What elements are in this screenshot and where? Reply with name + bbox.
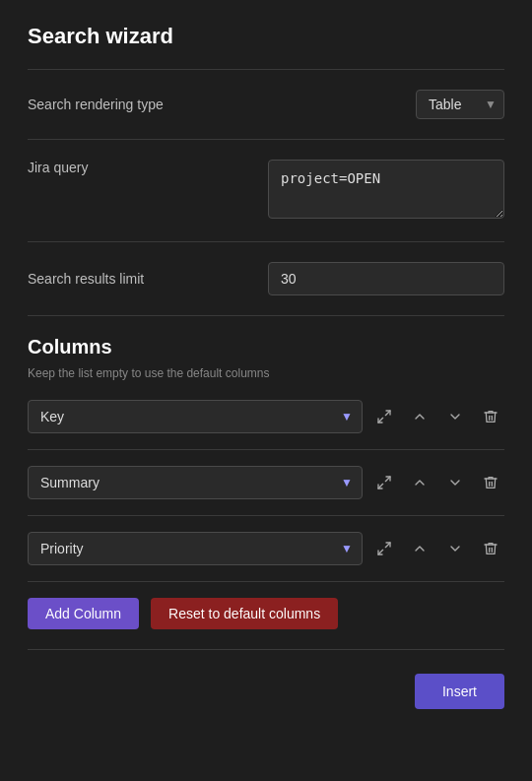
search-rendering-type-row: Search rendering type Table List Board ▼ [28, 90, 504, 140]
svg-line-5 [378, 550, 383, 554]
column-priority-select[interactable]: Key Summary Priority Status Assignee [28, 532, 363, 565]
jira-query-control: project=OPEN [268, 160, 504, 222]
expand-key-button[interactable] [370, 405, 398, 428]
search-results-limit-input[interactable] [268, 262, 504, 295]
trash-icon [483, 409, 499, 424]
chevron-up-icon [412, 541, 428, 556]
column-row-summary: Key Summary Priority Status Assignee ▼ [28, 466, 504, 516]
add-column-button[interactable]: Add Column [28, 598, 139, 629]
move-up-priority-button[interactable] [406, 537, 433, 560]
svg-line-4 [385, 543, 390, 548]
search-rendering-type-select[interactable]: Table List Board [416, 90, 504, 119]
expand-icon [376, 409, 392, 424]
move-up-key-button[interactable] [406, 405, 433, 428]
search-rendering-type-label: Search rendering type [28, 97, 164, 112]
jira-query-row: Jira query project=OPEN [28, 160, 504, 242]
svg-line-3 [378, 484, 383, 488]
move-down-key-button[interactable] [441, 405, 469, 428]
svg-line-1 [378, 418, 383, 423]
jira-query-input[interactable]: project=OPEN [268, 160, 504, 219]
chevron-up-icon [412, 475, 428, 490]
columns-section: Columns Keep the list empty to use the d… [28, 336, 504, 582]
column-action-buttons: Add Column Reset to default columns [28, 598, 504, 650]
move-down-priority-button[interactable] [441, 537, 469, 560]
column-row-priority: Key Summary Priority Status Assignee ▼ [28, 532, 504, 582]
main-container: Search wizard Search rendering type Tabl… [0, 0, 532, 733]
trash-icon [483, 475, 499, 490]
delete-priority-button[interactable] [477, 537, 504, 560]
search-rendering-type-control: Table List Board ▼ [416, 90, 504, 119]
search-rendering-type-select-wrapper: Table List Board ▼ [416, 90, 504, 119]
columns-section-hint: Keep the list empty to use the default c… [28, 366, 504, 380]
expand-icon [376, 541, 392, 556]
search-results-limit-label: Search results limit [28, 271, 144, 287]
search-results-limit-control [268, 262, 504, 295]
search-results-limit-row: Search results limit [28, 262, 504, 316]
column-key-select-wrapper: Key Summary Priority Status Assignee ▼ [28, 400, 363, 433]
chevron-down-icon [447, 409, 463, 424]
trash-icon [483, 541, 499, 556]
move-up-summary-button[interactable] [406, 471, 433, 494]
svg-line-0 [385, 411, 390, 416]
delete-key-button[interactable] [477, 405, 504, 428]
reset-columns-button[interactable]: Reset to default columns [151, 598, 338, 629]
jira-query-label: Jira query [28, 160, 88, 175]
svg-line-2 [385, 477, 390, 482]
move-down-summary-button[interactable] [441, 471, 469, 494]
page-title: Search wizard [28, 24, 504, 49]
expand-summary-button[interactable] [370, 471, 398, 494]
chevron-up-icon [412, 409, 428, 424]
footer-row: Insert [28, 674, 504, 709]
expand-icon [376, 475, 392, 490]
divider-top [28, 69, 504, 70]
column-key-select[interactable]: Key Summary Priority Status Assignee [28, 400, 363, 433]
column-row-key: Key Summary Priority Status Assignee ▼ [28, 400, 504, 450]
insert-button[interactable]: Insert [415, 674, 504, 709]
delete-summary-button[interactable] [477, 471, 504, 494]
chevron-down-icon [447, 541, 463, 556]
column-summary-select-wrapper: Key Summary Priority Status Assignee ▼ [28, 466, 363, 499]
column-summary-select[interactable]: Key Summary Priority Status Assignee [28, 466, 363, 499]
expand-priority-button[interactable] [370, 537, 398, 560]
column-priority-select-wrapper: Key Summary Priority Status Assignee ▼ [28, 532, 363, 565]
chevron-down-icon [447, 475, 463, 490]
columns-section-title: Columns [28, 336, 504, 358]
